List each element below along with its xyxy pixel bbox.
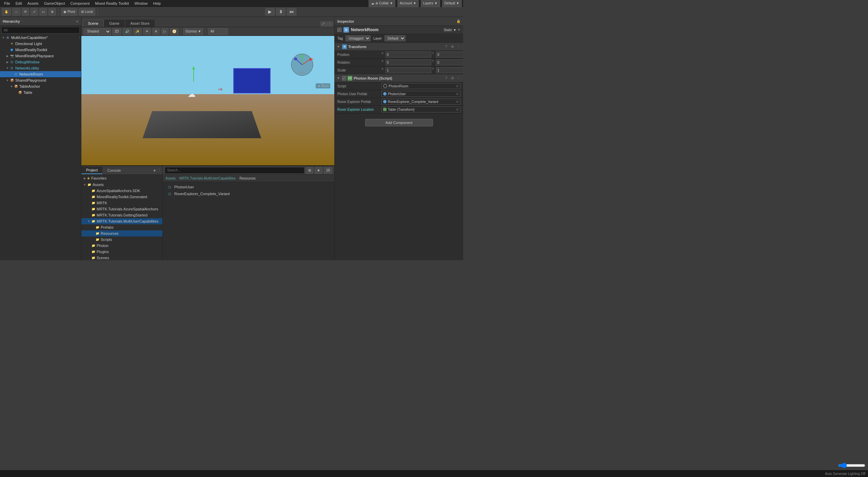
- proj-azure-item[interactable]: 📁 AzureSpatialAnchors.SDK: [81, 188, 162, 194]
- proj-mrtk-item[interactable]: 📁 MRTK: [81, 200, 162, 206]
- transform-help-btn[interactable]: ?: [443, 45, 449, 48]
- hand-tool[interactable]: ✋: [2, 8, 11, 16]
- scale-x-input[interactable]: [386, 67, 431, 73]
- hierarchy-menu-icon[interactable]: ≡: [76, 19, 78, 23]
- transform-component-header[interactable]: ▼ ⊞ Transform ? ⚙ ⋮: [335, 43, 463, 51]
- scene-audio-btn[interactable]: 🔊: [123, 28, 132, 35]
- hierarchy-item-debugwindow[interactable]: ▶ ⊡ DebugWindow: [0, 59, 81, 65]
- tab-assetstore[interactable]: Asset Store: [125, 20, 155, 27]
- pos-x-input[interactable]: [386, 51, 431, 58]
- hierarchy-item-multiuser[interactable]: ▼ ⊞ MultiUserCapabilities* ⋮: [0, 35, 81, 41]
- asset-roverexplorer[interactable]: ⬡ RoverExplorer_Complete_Variant: [164, 190, 333, 197]
- scene-effects-btn[interactable]: ✨: [133, 28, 142, 35]
- rot-x-input[interactable]: [386, 59, 431, 65]
- menu-component[interactable]: Component: [67, 0, 92, 7]
- proj-maz-item[interactable]: 📁 MRTK.Tutorials.AzureSpatialAnchors: [81, 206, 162, 212]
- play-button[interactable]: ▶: [265, 8, 275, 16]
- hierarchy-item-directionallight[interactable]: ☀ Directional Light: [0, 41, 81, 47]
- collab-button[interactable]: ☁ ⊕ Collab ▼: [369, 0, 395, 7]
- asset-search-input[interactable]: [165, 167, 304, 174]
- proj-prefabs-item[interactable]: 📁 Prefabs: [81, 224, 162, 230]
- move-tool[interactable]: ↔: [12, 8, 20, 16]
- hierarchy-item-table[interactable]: 📦 Table: [0, 89, 81, 96]
- menu-assets[interactable]: Assets: [25, 0, 41, 7]
- scene-fog-btn[interactable]: ≋: [152, 28, 160, 35]
- proj-plugins-item[interactable]: 📁 Plugins: [81, 249, 162, 255]
- proj-mrtkgen-item[interactable]: 📁 MixedRealityToolkit.Generated: [81, 194, 162, 200]
- hierarchy-item-networkroom[interactable]: ⊡ NetworkRoom: [0, 71, 81, 77]
- hierarchy-item-mrtk[interactable]: 🔷 MixedRealityToolkit: [0, 47, 81, 53]
- photon-room-header[interactable]: ▼ C# Photon Room (Script) ? ⚙ ⋮: [335, 74, 463, 82]
- proj-mmu-item[interactable]: ▼ 📁 MRTK.Tutorials.MultiUserCapabilities: [81, 218, 162, 224]
- transform-settings-btn[interactable]: ⚙: [450, 45, 455, 48]
- rover-prefab-ref[interactable]: RoverExplorer_Complete_Variant ⊙: [381, 99, 460, 105]
- tab-scene[interactable]: Scene: [83, 20, 103, 27]
- scene-menu-btn[interactable]: ⋮: [327, 21, 333, 27]
- scale-y-input[interactable]: [436, 67, 463, 73]
- object-enabled-checkbox[interactable]: [337, 28, 341, 32]
- asset-photonuser[interactable]: ⬡ PhotonUser: [164, 184, 333, 190]
- rover-location-ref[interactable]: Table (Transform) ⊙: [381, 106, 460, 112]
- tab-console[interactable]: Console: [102, 167, 125, 174]
- project-add-btn[interactable]: +: [153, 168, 156, 173]
- photon-help-btn[interactable]: ?: [443, 76, 449, 80]
- gizmos-button[interactable]: Gizmos ▼: [183, 28, 204, 35]
- breadcrumb-mrtk[interactable]: MRTK.Tutorials.MultiUserCapabilities: [179, 177, 236, 180]
- scene-nav-btn[interactable]: 🧭: [170, 28, 179, 35]
- transform-menu-btn[interactable]: ⋮: [456, 45, 461, 48]
- script-ref[interactable]: PhotonRoom ⊙: [381, 83, 460, 89]
- asset-star-btn[interactable]: ★: [315, 167, 322, 174]
- menu-edit[interactable]: Edit: [13, 0, 25, 7]
- tag-select[interactable]: Untagged: [346, 35, 371, 41]
- pos-y-input[interactable]: [436, 51, 463, 58]
- tab-project[interactable]: Project: [81, 167, 102, 174]
- multiuser-menu[interactable]: ⋮: [78, 36, 81, 39]
- project-menu-btn[interactable]: ⋮: [157, 168, 161, 172]
- layers-button[interactable]: Layers ▼: [421, 0, 440, 7]
- photon-enabled-checkbox[interactable]: [342, 76, 346, 80]
- breadcrumb-assets[interactable]: Assets: [165, 177, 176, 180]
- proj-scenes-item[interactable]: 📁 Scenes: [81, 255, 162, 260]
- proj-photon-item[interactable]: 📁 Photon: [81, 243, 162, 249]
- scene-sky-btn[interactable]: ☀: [143, 28, 151, 35]
- inspector-lock-icon[interactable]: 🔒: [456, 19, 460, 23]
- hierarchy-item-networklobby[interactable]: ▼ ⊡ NetworkLobby: [0, 65, 81, 71]
- asset-16-btn[interactable]: 16: [324, 167, 332, 174]
- hierarchy-item-sharedplayground[interactable]: ▼ 📦 SharedPlayground: [0, 77, 81, 83]
- photon-settings-btn[interactable]: ⚙: [450, 76, 455, 80]
- step-button[interactable]: ⏭: [287, 8, 296, 16]
- hierarchy-item-playspace[interactable]: ▶ 📷 MixedRealityPlayspace: [0, 53, 81, 59]
- menu-mixed-reality[interactable]: Mixed Reality Toolkit: [92, 0, 132, 7]
- rect-tool[interactable]: ▭: [39, 8, 47, 16]
- proj-assets-item[interactable]: ▼ 📁 Assets: [81, 182, 162, 188]
- object-name[interactable]: NetworkRoom: [351, 27, 441, 32]
- menu-window[interactable]: Window: [132, 0, 150, 7]
- photon-user-ref[interactable]: PhotonUser ⊙: [381, 91, 460, 97]
- proj-scripts-item[interactable]: 📁 Scripts: [81, 236, 162, 243]
- tab-game[interactable]: Game: [104, 20, 124, 27]
- scene-maximize-btn[interactable]: ⤢: [320, 21, 327, 27]
- proj-resources-item[interactable]: 📁 Resources: [81, 230, 162, 236]
- static-toggle[interactable]: Static ▼ ▼: [443, 28, 460, 32]
- local-button[interactable]: ⊞ Local: [79, 8, 95, 16]
- rot-y-input[interactable]: [436, 59, 463, 65]
- photon-menu-btn[interactable]: ⋮: [456, 76, 461, 80]
- add-component-button[interactable]: Add Component: [365, 119, 433, 126]
- pause-button[interactable]: ⏸: [276, 8, 285, 16]
- menu-help[interactable]: Help: [151, 0, 164, 7]
- hierarchy-search[interactable]: [1, 27, 80, 34]
- scene-search[interactable]: [208, 28, 228, 35]
- viewport[interactable]: Back Y X Z ☁ ⇒: [81, 36, 334, 165]
- account-button[interactable]: Account ▼: [397, 0, 419, 7]
- hierarchy-item-tableanchor[interactable]: ▼ 📦 TableAnchor: [0, 83, 81, 89]
- proj-favorites-header[interactable]: ▶ ★ Favorites: [81, 175, 162, 182]
- pivot-button[interactable]: ◉ Pivot: [61, 8, 77, 16]
- scene-anim-btn[interactable]: ▷: [161, 28, 169, 35]
- shading-select[interactable]: Shaded Wireframe: [83, 28, 111, 35]
- 2d-toggle[interactable]: 2D: [112, 28, 121, 35]
- rotate-tool[interactable]: ⟳: [22, 8, 29, 16]
- menu-gameobject[interactable]: GameObject: [41, 0, 68, 7]
- asset-filter-btn[interactable]: ⊞: [306, 167, 313, 174]
- layer-select[interactable]: Default: [384, 35, 406, 41]
- scale-tool[interactable]: ⤢: [31, 8, 38, 16]
